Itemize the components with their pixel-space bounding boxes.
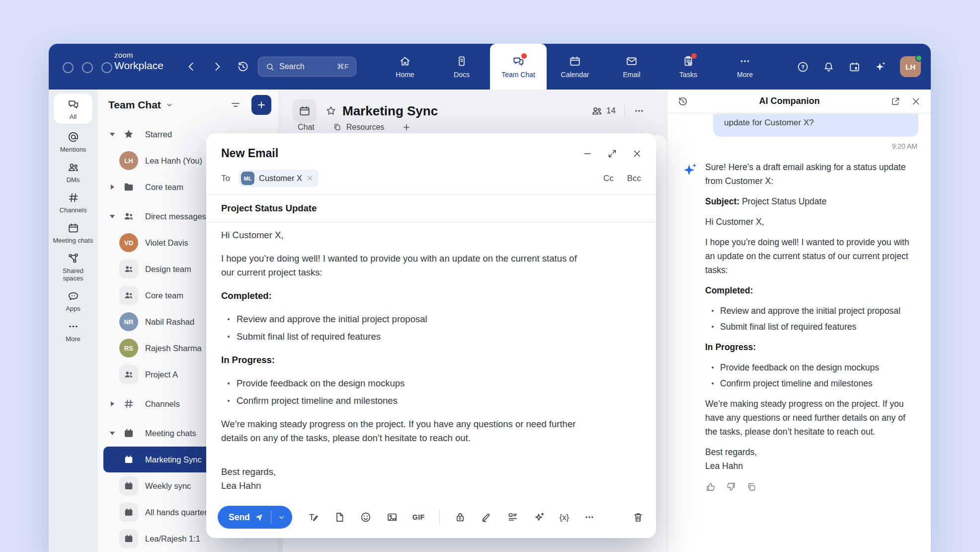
ai-compose-icon[interactable] <box>533 511 545 523</box>
to-field[interactable]: To ML Customer X Cc Bcc <box>206 162 656 194</box>
calendar-icon <box>569 55 581 68</box>
tab-chat[interactable]: Chat <box>298 123 315 132</box>
navbar-tabs: Home Docs Team Chat Calendar <box>377 44 773 90</box>
open-external-icon[interactable] <box>891 96 900 106</box>
window-controls[interactable] <box>63 62 112 73</box>
rail-item-apps[interactable]: Apps <box>52 290 94 312</box>
add-tab-button[interactable] <box>402 123 411 132</box>
ai-companion-icon[interactable] <box>874 61 887 73</box>
star-outline-icon[interactable] <box>325 105 337 117</box>
calendar-icon <box>67 222 80 234</box>
discard-draft-icon[interactable] <box>632 511 644 523</box>
rail-item-more[interactable]: More <box>52 320 94 343</box>
new-email-modal: New Email To ML Customer X Cc Bcc Projec… <box>206 133 656 538</box>
email-icon <box>625 55 638 68</box>
docs-icon <box>455 55 468 68</box>
rail-item-dms[interactable]: DMs <box>52 161 94 184</box>
intro: I hope you’re doing well! I wanted to pr… <box>221 252 581 279</box>
team-chat-badge <box>521 53 527 59</box>
channel-header: Marketing Sync 14 <box>293 96 645 125</box>
back-icon[interactable] <box>185 60 198 73</box>
people-icon <box>67 161 80 174</box>
filter-icon[interactable] <box>230 99 242 111</box>
ai-conversation: Can you draft an email that provides a s… <box>667 114 931 552</box>
window-minimize-button[interactable] <box>82 62 93 73</box>
insert-image-icon[interactable] <box>386 511 398 523</box>
caret-right-icon[interactable] <box>106 184 118 189</box>
list-item: Review and approve the initial project p… <box>237 312 581 326</box>
team-chat-panel-header: Team Chat <box>97 90 278 120</box>
thumbs-down-icon[interactable] <box>726 481 736 492</box>
caret-down-icon[interactable] <box>106 215 118 218</box>
search-input[interactable]: Search ⌘F <box>258 57 356 77</box>
completed-list: Review and approve the initial project p… <box>221 312 581 344</box>
help-icon[interactable] <box>797 61 809 73</box>
cc-button[interactable]: Cc <box>603 174 614 184</box>
tab-tasks[interactable]: Tasks <box>660 44 717 90</box>
bcc-button[interactable]: Bcc <box>627 174 641 184</box>
chevron-down-icon[interactable] <box>165 101 173 109</box>
channel-more-icon[interactable] <box>633 105 645 117</box>
history-icon[interactable] <box>237 60 249 73</box>
rail-item-mentions[interactable]: Mentions <box>52 131 94 153</box>
rail-item-channels[interactable]: Channels <box>52 191 94 214</box>
avatar: LH <box>119 151 138 170</box>
text-format-icon[interactable] <box>307 511 319 523</box>
tab-email[interactable]: Email <box>603 44 660 90</box>
minimize-icon[interactable] <box>582 149 592 159</box>
list-item: Confirm project timeline and milestones <box>237 394 581 408</box>
tab-more[interactable]: More <box>717 44 773 90</box>
user-avatar[interactable]: LH <box>900 56 921 77</box>
window-close-button[interactable] <box>63 62 74 73</box>
ai-body-intro: I hope you’re doing well! I wanted to pr… <box>705 235 918 277</box>
encrypt-icon[interactable] <box>454 511 466 523</box>
tab-calendar[interactable]: Calendar <box>547 44 603 90</box>
caret-down-icon[interactable] <box>106 133 118 136</box>
attach-file-icon[interactable] <box>333 511 345 523</box>
inprogress-label: In Progress: <box>221 353 581 367</box>
tab-team-chat[interactable]: Team Chat <box>490 44 547 90</box>
new-chat-button[interactable] <box>251 95 271 115</box>
members-icon[interactable] <box>591 105 603 117</box>
member-count[interactable]: 14 <box>606 106 616 116</box>
subject-field[interactable]: Project Status Update <box>206 195 656 222</box>
template-icon[interactable] <box>507 511 519 523</box>
zoom-workplace-logo: zoom Workplace <box>114 51 163 71</box>
tab-home[interactable]: Home <box>377 44 433 90</box>
caret-down-icon[interactable] <box>106 432 118 435</box>
list-item: Confirm project timeline and milestones <box>720 376 918 390</box>
signature-icon[interactable] <box>481 511 492 523</box>
rail-item-all[interactable]: All <box>54 93 92 124</box>
completed-label: Completed: <box>221 289 581 303</box>
window-zoom-button[interactable] <box>101 62 112 73</box>
apps-chat-icon <box>67 290 80 302</box>
close-icon[interactable] <box>911 96 921 106</box>
gif-icon[interactable]: GIF <box>412 513 425 521</box>
rail-item-meeting-chats[interactable]: Meeting chats <box>52 222 94 244</box>
hash-icon <box>119 394 138 413</box>
expand-icon[interactable] <box>607 149 617 159</box>
tab-resources[interactable]: Resources <box>332 122 384 132</box>
compose-toolbar: GIF {x} <box>307 510 595 525</box>
rail-item-shared-spaces[interactable]: Shared spaces <box>52 252 94 282</box>
toolbar-more-icon[interactable] <box>583 511 595 523</box>
send-options-button[interactable] <box>271 506 292 529</box>
close-icon[interactable] <box>632 149 642 159</box>
remove-recipient-icon[interactable] <box>307 175 313 182</box>
recipient-chip[interactable]: ML Customer X <box>239 170 319 187</box>
emoji-icon[interactable] <box>360 511 372 523</box>
copy-icon[interactable] <box>746 481 757 492</box>
forward-icon[interactable] <box>211 60 224 73</box>
caret-right-icon[interactable] <box>106 401 118 406</box>
notifications-icon[interactable] <box>822 61 835 73</box>
calendar-date-icon[interactable] <box>848 61 861 73</box>
variables-icon[interactable]: {x} <box>560 513 569 522</box>
send-button[interactable]: Send <box>218 506 271 529</box>
thumbs-up-icon[interactable] <box>705 481 716 492</box>
presence-indicator <box>915 55 922 62</box>
tab-docs[interactable]: Docs <box>433 44 490 90</box>
history-icon[interactable] <box>677 96 688 107</box>
email-body-editor[interactable]: Hi Customer X, I hope you’re doing well!… <box>206 222 599 493</box>
ai-greeting: Hi Customer X, <box>705 215 918 229</box>
group-icon <box>119 365 138 384</box>
